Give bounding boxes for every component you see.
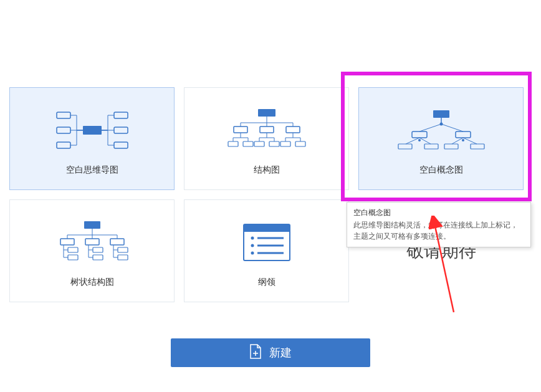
- card-label: 结构图: [254, 165, 280, 176]
- template-card-structure[interactable]: 结构图: [184, 87, 349, 190]
- concept-icon: [395, 102, 488, 158]
- structure-icon: [223, 102, 310, 158]
- tooltip-title: 空白概念图: [353, 208, 524, 218]
- svg-rect-14: [260, 127, 274, 133]
- new-button[interactable]: 新建: [171, 338, 370, 367]
- svg-rect-33: [295, 141, 305, 146]
- card-label: 空白思维导图: [66, 165, 118, 176]
- svg-rect-26: [254, 141, 264, 146]
- svg-rect-7: [258, 109, 275, 117]
- card-label: 树状结构图: [70, 277, 114, 288]
- svg-rect-44: [84, 221, 100, 229]
- card-label: 纲领: [258, 277, 275, 288]
- svg-rect-61: [93, 247, 103, 252]
- template-card-mindmap[interactable]: 空白思维导图: [9, 87, 175, 190]
- svg-rect-38: [424, 144, 438, 149]
- new-button-label: 新建: [269, 345, 292, 360]
- svg-point-70: [251, 236, 254, 239]
- svg-rect-0: [83, 126, 102, 135]
- new-file-icon: [249, 344, 262, 362]
- svg-rect-13: [234, 127, 247, 133]
- svg-point-42: [418, 139, 421, 141]
- svg-rect-39: [444, 144, 458, 149]
- svg-point-74: [251, 251, 254, 254]
- mindmap-icon: [52, 102, 133, 158]
- svg-rect-35: [412, 131, 427, 138]
- svg-rect-36: [456, 131, 471, 138]
- template-grid: 空白思维导图: [9, 87, 524, 302]
- tooltip: 空白概念图 此思维导图结构灵活，您可在连接线上加上标记，主题之间又可格有多项连接…: [347, 202, 531, 247]
- svg-rect-27: [269, 141, 279, 146]
- svg-rect-5: [114, 127, 128, 133]
- svg-rect-3: [57, 142, 70, 148]
- svg-rect-6: [114, 142, 128, 148]
- svg-rect-40: [471, 144, 484, 149]
- template-card-tree[interactable]: 树状结构图: [9, 199, 175, 302]
- svg-rect-62: [93, 255, 103, 260]
- svg-rect-1: [57, 112, 70, 118]
- card-label: 空白概念图: [419, 165, 463, 176]
- svg-rect-51: [85, 239, 99, 245]
- svg-rect-50: [60, 239, 74, 245]
- svg-point-43: [462, 139, 464, 141]
- svg-rect-21: [243, 141, 253, 146]
- svg-rect-57: [68, 255, 78, 260]
- svg-rect-2: [57, 127, 70, 133]
- svg-rect-56: [68, 247, 78, 252]
- svg-rect-37: [398, 144, 412, 149]
- svg-rect-15: [286, 127, 300, 133]
- svg-rect-20: [228, 141, 238, 146]
- svg-rect-67: [118, 255, 128, 260]
- svg-rect-69: [244, 224, 290, 232]
- template-card-outline[interactable]: 纲领: [184, 199, 349, 302]
- svg-rect-34: [433, 110, 449, 118]
- tooltip-desc: 此思维导图结构灵活，您可在连接线上加上标记，主题之间又可格有多项连接。: [353, 219, 524, 242]
- svg-point-72: [251, 244, 254, 247]
- svg-rect-52: [110, 239, 124, 245]
- svg-point-41: [439, 122, 443, 125]
- svg-rect-66: [118, 247, 128, 252]
- svg-rect-32: [280, 141, 290, 146]
- svg-rect-4: [114, 112, 128, 118]
- template-card-concept[interactable]: 空白概念图: [358, 87, 524, 190]
- tree-icon: [52, 214, 133, 270]
- outline-icon: [239, 214, 295, 270]
